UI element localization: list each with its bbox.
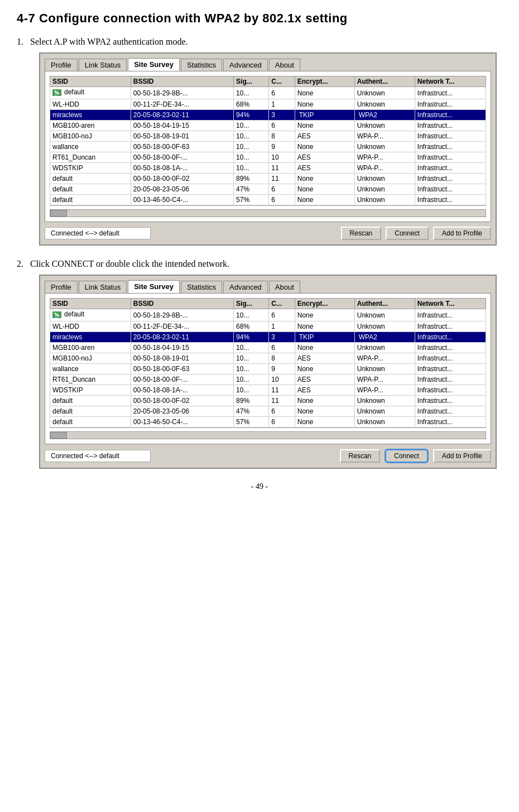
table-cell: 9 [269,142,295,152]
table-cell: Infrastruct... [415,309,486,321]
table-cell: None [295,309,354,321]
table-row[interactable]: 📡 default00-50-18-29-8B-...10...6NoneUnk… [50,309,486,321]
table-row[interactable]: default00-13-46-50-C4-...57%6NoneUnknown… [50,195,486,205]
table-cell: Unknown [354,87,415,99]
tab-link-status-1[interactable]: Link Status [79,59,127,71]
table-cell: 📡 default [50,87,131,99]
tab-link-status-2[interactable]: Link Status [79,281,127,293]
table-cell: 6 [269,406,295,417]
tab-advanced-1[interactable]: Advanced [223,59,268,71]
tab-statistics-1[interactable]: Statistics [181,59,222,71]
add-to-profile-button-1[interactable]: Add to Profile [433,227,491,240]
table-cell: 10... [234,374,269,385]
table-scroll-2[interactable]: SSID BSSID Sig... C... Encrypt... Authen… [50,298,486,428]
table-cell: AES [295,163,354,174]
rescan-button-2[interactable]: Rescan [340,449,381,463]
table-row[interactable]: wallance00-50-18-00-0F-6310...9NoneUnkno… [50,364,486,374]
tab-statistics-2[interactable]: Statistics [181,281,222,293]
table-cell: default [50,406,131,417]
table-row[interactable]: MGB100-noJ00-50-18-08-19-0110...8AESWPA-… [50,131,486,142]
table-row[interactable]: default00-13-46-50-C4-...57%6NoneUnknown… [50,417,486,427]
table-row[interactable]: WL-HDD00-11-2F-DE-34-...68%1NoneUnknownI… [50,321,486,332]
table-cell: 10... [234,121,269,131]
scrollbar-h-2[interactable] [50,431,486,439]
table-cell: Unknown [354,321,415,332]
col-bssid: BSSID [131,76,233,87]
table-row[interactable]: default20-05-08-23-05-0647%6NoneUnknownI… [50,406,486,417]
tab-bar-1: Profile Link Status Site Survey Statisti… [42,56,493,71]
table-cell: 3 [269,332,295,343]
footer: - 49 - [17,482,502,491]
tab-about-2[interactable]: About [269,281,300,293]
table-row[interactable]: WDSTKIP00-50-18-08-1A-...10...11AESWPA-P… [50,163,486,174]
table-row[interactable]: RT61_Duncan00-50-18-00-0F-...10...10AESW… [50,374,486,385]
table-cell: 8 [269,353,295,364]
table-cell: 11 [269,396,295,406]
table-cell: 6 [269,195,295,205]
table-row[interactable]: MGB100-noJ00-50-18-08-19-0110...8AESWPA-… [50,353,486,364]
table-row[interactable]: MGB100-aren00-50-18-04-19-1510...6NoneUn… [50,343,486,353]
table-cell: TKIP [295,332,354,343]
svg-text:📡: 📡 [54,90,60,96]
table-row[interactable]: WL-HDD00-11-2F-DE-34-...68%1NoneUnknownI… [50,99,486,110]
tab-site-survey-2[interactable]: Site Survey [128,280,180,293]
table-row[interactable]: default00-50-18-00-0F-0289%11NoneUnknown… [50,396,486,406]
table-cell: Infrastruct... [415,332,486,343]
table-cell: TKIP [295,110,354,121]
tab-site-survey-1[interactable]: Site Survey [128,58,180,71]
col-ssid: SSID [50,76,131,87]
table-cell: 11 [269,163,295,174]
rescan-button-1[interactable]: Rescan [341,227,382,240]
table-cell: Infrastruct... [415,321,486,332]
table-cell: Infrastruct... [415,163,486,174]
connect-button-2[interactable]: Connect [385,449,429,463]
table-cell: Infrastruct... [415,184,486,195]
table-cell: None [295,195,354,205]
table-cell: 1 [269,321,295,332]
table-cell: 📡 default [50,309,131,321]
table-cell: None [295,87,354,99]
table-row[interactable]: WDSTKIP00-50-18-08-1A-...10...11AESWPA-P… [50,385,486,396]
table-cell: Unknown [354,417,415,427]
table-cell: default [50,174,131,184]
connect-button-1[interactable]: Connect [386,227,429,240]
table-scroll-1[interactable]: SSID BSSID Sig... C... Encrypt... Authen… [50,76,486,206]
tab-advanced-2[interactable]: Advanced [223,281,268,293]
table-row[interactable]: 📡 default00-50-18-29-8B-...10...6NoneUnk… [50,87,486,99]
scrollbar-h-1[interactable] [50,209,486,217]
inner-panel-1: SSID BSSID Sig... C... Encrypt... Authen… [45,71,491,222]
table-cell: Unknown [354,174,415,184]
table-cell: None [295,406,354,417]
tab-profile-2[interactable]: Profile [45,281,78,293]
table-cell: 11 [269,385,295,396]
table-cell: None [295,364,354,374]
table-cell: wallance [50,364,131,374]
col-auth-2: Authent... [354,299,415,309]
table-row[interactable]: miraclews20-05-08-23-02-1194%3TKIPWPA2In… [50,110,486,121]
step-1-text: 1. Select A.P with WPA2 authentication m… [17,37,502,47]
table-cell: 00-50-18-00-0F-02 [131,174,233,184]
table-cell: None [295,417,354,427]
col-enc-2: Encrypt... [295,299,354,309]
table-row[interactable]: miraclews20-05-08-23-02-1194%3TKIPWPA2In… [50,332,486,343]
table-row[interactable]: MGB100-aren00-50-18-04-19-1510...6NoneUn… [50,121,486,131]
add-to-profile-button-2[interactable]: Add to Profile [433,449,491,463]
panel-1: Profile Link Status Site Survey Statisti… [39,52,497,246]
table-cell: Unknown [354,406,415,417]
table-cell: None [295,343,354,353]
table-row[interactable]: default20-05-08-23-05-0647%6NoneUnknownI… [50,184,486,195]
network-table-1: SSID BSSID Sig... C... Encrypt... Authen… [50,76,486,205]
col-auth: Authent... [354,76,415,87]
table-cell: Unknown [354,364,415,374]
table-row[interactable]: default00-50-18-00-0F-0289%11NoneUnknown… [50,174,486,184]
table-row[interactable]: RT61_Duncan00-50-18-00-0F-...10...10AESW… [50,152,486,163]
table-cell: 00-50-18-00-0F-... [131,152,233,163]
table-cell: 68% [234,321,269,332]
table-cell: 00-50-18-00-0F-... [131,374,233,385]
panel-2: Profile Link Status Site Survey Statisti… [39,275,497,469]
table-cell: Unknown [354,195,415,205]
table-row[interactable]: wallance00-50-18-00-0F-6310...9NoneUnkno… [50,142,486,152]
tab-profile-1[interactable]: Profile [45,59,78,71]
table-cell: 20-05-08-23-02-11 [131,110,233,121]
tab-about-1[interactable]: About [269,59,300,71]
